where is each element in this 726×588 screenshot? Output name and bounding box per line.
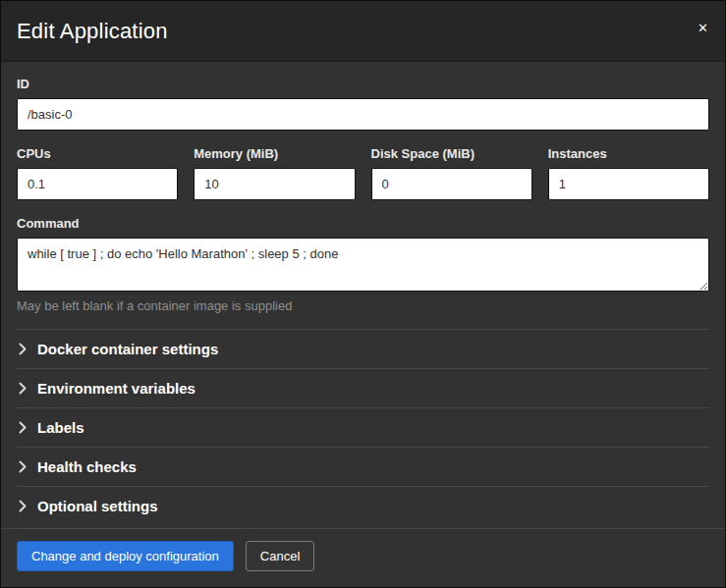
chevron-right-icon <box>19 421 27 434</box>
modal-header: Edit Application ✕ <box>1 1 725 62</box>
close-icon[interactable]: ✕ <box>694 18 712 38</box>
section-label: Health checks <box>37 458 137 475</box>
instances-label: Instances <box>548 146 709 161</box>
id-field-group: ID <box>17 77 709 131</box>
id-input[interactable] <box>17 98 709 131</box>
change-and-deploy-button[interactable]: Change and deploy configuration <box>17 541 234 571</box>
cpus-field-group: CPUs <box>17 146 178 200</box>
memory-field-group: Memory (MiB) <box>194 146 355 200</box>
instances-field-group: Instances <box>548 146 709 200</box>
collapsible-sections: Docker container settings Environment va… <box>17 329 709 525</box>
section-labels[interactable]: Labels <box>17 407 709 447</box>
section-label: Labels <box>37 419 84 436</box>
command-label: Command <box>17 216 709 231</box>
section-label: Optional settings <box>37 498 158 514</box>
cpus-input[interactable] <box>17 168 178 200</box>
disk-field-group: Disk Space (MiB) <box>371 146 532 200</box>
cpus-label: CPUs <box>17 146 178 161</box>
memory-label: Memory (MiB) <box>194 146 355 161</box>
disk-label: Disk Space (MiB) <box>371 146 532 161</box>
modal-title: Edit Application <box>17 19 709 44</box>
modal-footer: Change and deploy configuration Cancel <box>1 528 725 587</box>
section-optional-settings[interactable]: Optional settings <box>17 486 709 525</box>
command-help-text: May be left blank if a container image i… <box>17 298 709 313</box>
id-label: ID <box>17 77 709 91</box>
section-environment-variables[interactable]: Environment variables <box>17 368 709 407</box>
chevron-right-icon <box>19 500 27 512</box>
command-textarea[interactable]: while [ true ] ; do echo 'Hello Marathon… <box>17 238 709 292</box>
section-docker-container-settings[interactable]: Docker container settings <box>17 329 709 368</box>
chevron-right-icon <box>19 460 27 473</box>
modal-body: ID CPUs Memory (MiB) Disk Space (MiB) In… <box>1 62 725 528</box>
cancel-button[interactable]: Cancel <box>246 541 314 571</box>
section-health-checks[interactable]: Health checks <box>17 447 709 486</box>
command-field-group: Command while [ true ] ; do echo 'Hello … <box>17 216 709 313</box>
edit-application-modal: Edit Application ✕ ID CPUs Memory (MiB) … <box>0 0 726 588</box>
instances-input[interactable] <box>548 168 709 200</box>
disk-input[interactable] <box>371 168 532 200</box>
chevron-right-icon <box>19 382 27 395</box>
section-label: Docker container settings <box>37 341 218 357</box>
chevron-right-icon <box>19 343 27 355</box>
resources-row: CPUs Memory (MiB) Disk Space (MiB) Insta… <box>17 146 709 200</box>
memory-input[interactable] <box>194 168 355 200</box>
section-label: Environment variables <box>37 380 195 397</box>
